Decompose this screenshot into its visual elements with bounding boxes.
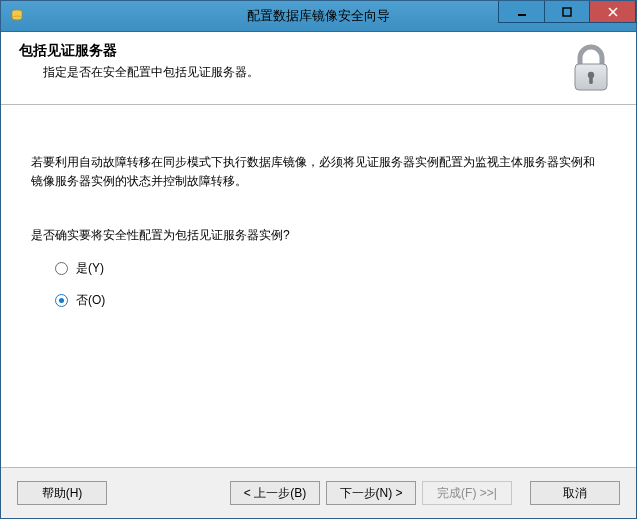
next-button[interactable]: 下一步(N) > [326,481,416,505]
minimize-button[interactable] [498,1,544,23]
titlebar: 配置数据库镜像安全向导 [1,1,636,32]
radio-no[interactable]: 否(O) [55,291,606,310]
radio-yes-indicator [55,262,68,275]
finish-button: 完成(F) >>| [422,481,512,505]
svg-rect-8 [589,76,593,84]
wizard-window: 配置数据库镜像安全向导 包括见证服务器 指定是否在安全配置中包括见证服务器。 [0,0,637,519]
maximize-button[interactable] [544,1,590,23]
maximize-icon [562,7,572,17]
minimize-icon [517,7,527,17]
page-subtitle: 指定是否在安全配置中包括见证服务器。 [19,64,554,81]
radio-no-label: 否(O) [76,291,105,310]
back-button[interactable]: < 上一步(B) [230,481,320,505]
question-text: 是否确实要将安全性配置为包括见证服务器实例? [31,226,606,245]
close-button[interactable] [590,1,636,23]
wizard-content: 若要利用自动故障转移在同步模式下执行数据库镜像，必须将见证服务器实例配置为监视主… [1,105,636,467]
page-title: 包括见证服务器 [19,42,554,60]
close-icon [608,7,618,17]
include-witness-radio-group: 是(Y) 否(O) [31,259,606,310]
svg-rect-3 [563,8,571,16]
intro-text: 若要利用自动故障转移在同步模式下执行数据库镜像，必须将见证服务器实例配置为监视主… [31,153,606,190]
wizard-button-bar: 帮助(H) < 上一步(B) 下一步(N) > 完成(F) >>| 取消 [1,467,636,518]
app-icon [9,8,25,24]
wizard-header: 包括见证服务器 指定是否在安全配置中包括见证服务器。 [1,32,636,105]
radio-yes-label: 是(Y) [76,259,104,278]
help-button[interactable]: 帮助(H) [17,481,107,505]
radio-no-indicator [55,294,68,307]
window-controls [498,1,636,31]
cancel-button[interactable]: 取消 [530,481,620,505]
radio-yes[interactable]: 是(Y) [55,259,606,278]
wizard-header-text: 包括见证服务器 指定是否在安全配置中包括见证服务器。 [19,42,554,81]
svg-rect-2 [518,14,526,16]
nav-button-group: < 上一步(B) 下一步(N) > 完成(F) >>| [230,481,512,505]
padlock-icon [564,42,618,96]
